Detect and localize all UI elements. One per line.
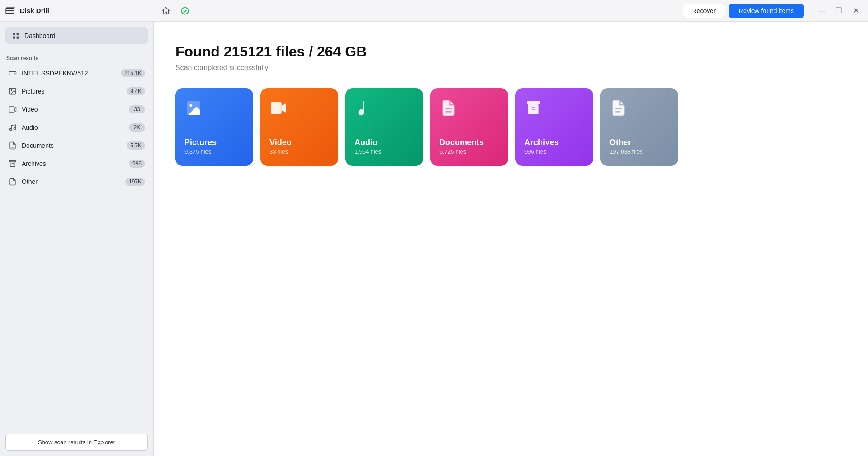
show-scan-results-button[interactable]: Show scan results in Explorer <box>5 434 148 451</box>
other-icon <box>8 177 17 186</box>
archives-card-icon <box>524 99 542 117</box>
pictures-card-icon <box>184 99 203 117</box>
archives-card-count: 996 files <box>524 148 584 155</box>
title-bar-left: Disk Drill <box>5 7 159 14</box>
svg-rect-1 <box>13 33 15 35</box>
scan-status: Scan completed successfully <box>175 64 846 72</box>
sidebar-item-drive-count: 215.1K <box>121 69 145 77</box>
other-card-count: 197,038 files <box>609 148 669 155</box>
maximize-button[interactable]: ❐ <box>832 4 845 18</box>
sidebar-item-pictures-label: Pictures <box>22 88 122 95</box>
sidebar-item-other-count: 197K <box>125 178 145 186</box>
sidebar-item-video[interactable]: Video 33 <box>2 100 151 118</box>
menu-button[interactable] <box>5 7 15 14</box>
sidebar-item-archives-label: Archives <box>22 160 124 167</box>
archives-card-name: Archives <box>524 138 584 147</box>
drive-icon <box>8 69 17 78</box>
sidebar-item-pictures-count: 9.4K <box>127 87 145 95</box>
title-bar: Disk Drill Recover Review found items — … <box>0 0 868 22</box>
main-content: Found 215121 files / 264 GB Scan complet… <box>154 22 868 456</box>
pictures-card-name: Pictures <box>184 138 244 147</box>
svg-rect-5 <box>9 71 16 75</box>
sidebar-item-drive-label: INTEL SSDPEKNW512... <box>22 70 116 77</box>
svg-rect-2 <box>17 33 19 35</box>
sidebar-item-documents-label: Documents <box>22 142 122 149</box>
minimize-button[interactable]: — <box>815 4 828 18</box>
home-icon[interactable] <box>159 4 173 18</box>
title-bar-center <box>159 4 683 18</box>
category-card-video[interactable]: Video 33 files <box>260 88 338 166</box>
category-card-other[interactable]: Other 197,038 files <box>600 88 678 166</box>
svg-point-11 <box>14 128 16 130</box>
documents-card-name: Documents <box>439 138 499 147</box>
svg-point-10 <box>9 128 12 131</box>
dashboard-icon <box>12 32 20 40</box>
sidebar-item-other[interactable]: Other 197K <box>2 173 151 191</box>
documents-card-count: 5,725 files <box>439 148 499 155</box>
svg-rect-4 <box>17 37 19 39</box>
documents-card-icon <box>439 99 458 117</box>
video-card-name: Video <box>269 138 329 147</box>
pictures-icon <box>8 87 17 96</box>
video-card-count: 33 files <box>269 148 329 155</box>
audio-icon <box>8 123 17 132</box>
svg-rect-15 <box>10 162 15 167</box>
category-card-archives[interactable]: Archives 996 files <box>515 88 593 166</box>
video-card-icon <box>269 99 288 117</box>
sidebar-item-video-count: 33 <box>129 105 145 113</box>
sidebar-item-video-label: Video <box>22 106 124 113</box>
svg-point-6 <box>14 73 15 74</box>
video-icon <box>8 105 17 114</box>
audio-card-icon <box>354 99 373 117</box>
sidebar-item-documents-count: 5.7K <box>127 141 145 150</box>
sidebar-item-documents[interactable]: Documents 5.7K <box>2 136 151 155</box>
svg-point-18 <box>189 104 192 107</box>
category-card-audio[interactable]: Audio 1,954 files <box>345 88 423 166</box>
category-cards-grid: Pictures 9,375 files Video 33 files <box>175 88 846 166</box>
audio-card-count: 1,954 files <box>354 148 414 155</box>
sidebar-item-archives[interactable]: Archives 996 <box>2 155 151 173</box>
svg-rect-22 <box>527 101 540 104</box>
pictures-card-count: 9,375 files <box>184 148 244 155</box>
sidebar-item-audio[interactable]: Audio 2K <box>2 118 151 136</box>
documents-icon <box>8 141 17 150</box>
sidebar-item-other-label: Other <box>22 178 121 185</box>
category-card-documents[interactable]: Documents 5,725 files <box>430 88 508 166</box>
svg-point-0 <box>182 7 189 14</box>
window-controls: — ❐ ✕ <box>815 4 863 18</box>
other-card-name: Other <box>609 138 669 147</box>
scan-results-label: Scan results <box>0 50 153 64</box>
sidebar-item-pictures[interactable]: Pictures 9.4K <box>2 82 151 100</box>
archives-icon <box>8 159 17 168</box>
svg-point-8 <box>11 89 12 90</box>
sidebar: Dashboard Scan results INTEL SSDPEKNW512… <box>0 22 154 456</box>
category-card-pictures[interactable]: Pictures 9,375 files <box>175 88 253 166</box>
close-button[interactable]: ✕ <box>849 4 863 18</box>
main-layout: Dashboard Scan results INTEL SSDPEKNW512… <box>0 22 868 456</box>
found-title: Found 215121 files / 264 GB <box>175 43 846 60</box>
dashboard-label: Dashboard <box>24 32 56 39</box>
svg-rect-3 <box>13 37 15 39</box>
sidebar-item-audio-label: Audio <box>22 124 124 131</box>
title-bar-right: Recover Review found items — ❐ ✕ <box>683 4 863 18</box>
sidebar-footer: Show scan results in Explorer <box>0 428 153 456</box>
sidebar-item-audio-count: 2K <box>129 123 145 132</box>
recover-button[interactable]: Recover <box>683 4 725 18</box>
svg-rect-9 <box>9 107 14 112</box>
other-card-icon <box>609 99 627 117</box>
review-found-items-button[interactable]: Review found items <box>729 4 804 18</box>
svg-rect-19 <box>271 102 281 114</box>
dashboard-button[interactable]: Dashboard <box>5 27 148 44</box>
sidebar-item-drive[interactable]: INTEL SSDPEKNW512... 215.1K <box>2 64 151 82</box>
audio-card-name: Audio <box>354 138 414 147</box>
sidebar-top: Dashboard <box>0 22 153 50</box>
checkmark-icon <box>178 4 192 18</box>
app-title: Disk Drill <box>20 7 49 14</box>
sidebar-item-archives-count: 996 <box>129 160 145 168</box>
